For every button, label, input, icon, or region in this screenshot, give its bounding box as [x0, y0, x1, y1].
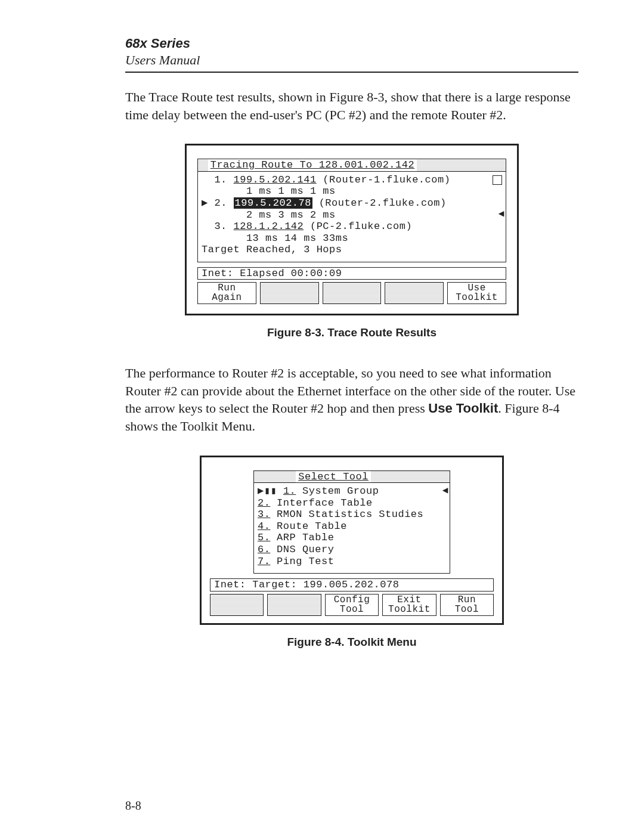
- trace-title-bar: Tracing Route To 128.001.002.142: [197, 159, 506, 172]
- toolkit-menu-item[interactable]: 6. DNS Query: [258, 544, 446, 556]
- softkey-button[interactable]: Use Toolkit: [447, 282, 506, 304]
- toolkit-item-index: 7.: [258, 556, 270, 567]
- toolkit-menu-item[interactable]: 4. Route Table: [258, 521, 446, 532]
- softkey-button[interactable]: Config Tool: [325, 594, 379, 616]
- trace-hop-host: (Router-2.fluke.com): [319, 197, 447, 209]
- trace-hop-index: 1.: [214, 174, 227, 185]
- doc-manual: Users Manual: [125, 52, 507, 68]
- toolkit-item-label: Ping Test: [277, 556, 334, 567]
- toolkit-item-index: 4.: [258, 521, 270, 532]
- toolkit-menu-item[interactable]: ▶▮▮ 1. System Group: [258, 485, 446, 497]
- toolkit-softkey-row: Config ToolExit ToolkitRun Tool: [210, 594, 494, 616]
- softkey-blank: [260, 282, 319, 304]
- use-toolkit-label: Use Toolkit: [428, 401, 498, 416]
- trace-status-bar: Inet: Elapsed 00:00:09: [197, 267, 506, 280]
- toolkit-title-bar: Select Tool: [253, 470, 450, 484]
- trace-hop-times: 1 ms 1 ms 1 ms: [246, 185, 336, 197]
- softkey-button[interactable]: Run Again: [197, 282, 256, 304]
- trace-hop-row[interactable]: ▶ 2. 199.5.202.78 (Router-2.fluke.com) 2…: [202, 197, 502, 221]
- trace-hop-index: 3.: [214, 221, 227, 232]
- header-rule: [125, 72, 578, 73]
- toolkit-item-index: 3.: [258, 509, 270, 520]
- toolkit-item-index: 1.: [283, 485, 296, 497]
- trace-hop-row[interactable]: 1. 199.5.202.141 (Router-1.fluke.com) 1 …: [202, 174, 502, 197]
- toolkit-item-index: 2.: [258, 497, 270, 509]
- paragraph-1: The Trace Route test results, shown in F…: [125, 88, 578, 123]
- left-arrow-icon: ◀: [442, 485, 448, 496]
- figure-8-4-screen: Select Tool ◀ ▶▮▮ 1. System Group2. Inte…: [200, 456, 504, 625]
- softkey-blank: [323, 282, 382, 304]
- trace-summary: Target Reached, 3 Hops: [202, 244, 502, 256]
- trace-hop-index: 2.: [214, 197, 227, 209]
- softkey-blank: [210, 594, 264, 616]
- scroll-indicator: [493, 175, 502, 185]
- trace-hop-host: (PC-2.fluke.com): [310, 221, 412, 232]
- left-arrow-icon: ◀: [499, 209, 504, 219]
- figure-8-3-screen: Tracing Route To 128.001.002.142 ◀ 1. 19…: [185, 144, 519, 315]
- trace-hop-host: (Router-1.fluke.com): [323, 174, 450, 185]
- toolkit-menu-item[interactable]: 5. ARP Table: [258, 532, 446, 544]
- softkey-blank: [385, 282, 444, 304]
- toolkit-item-index: 5.: [258, 532, 270, 543]
- toolkit-item-label: RMON Statistics Studies: [277, 509, 423, 520]
- toolkit-item-label: DNS Query: [277, 544, 334, 555]
- toolkit-title-text: Select Tool: [296, 471, 371, 483]
- toolkit-status-bar: Inet: Target: 199.005.202.078: [210, 578, 494, 592]
- softkey-button[interactable]: Run Tool: [440, 594, 494, 616]
- toolkit-menu-item[interactable]: 2. Interface Table: [258, 497, 446, 509]
- trace-hop-ip: 199.5.202.78: [234, 197, 312, 209]
- toolkit-item-label: System Group: [302, 485, 379, 497]
- paragraph-2: The performance to Router #2 is acceptab…: [125, 364, 578, 435]
- toolkit-item-label: Interface Table: [277, 497, 373, 509]
- trace-content: ◀ 1. 199.5.202.141 (Router-1.fluke.com) …: [197, 172, 506, 262]
- trace-hop-times: 13 ms 14 ms 33ms: [246, 233, 348, 244]
- toolkit-item-label: ARP Table: [277, 532, 334, 543]
- softkey-button[interactable]: Exit Toolkit: [382, 594, 436, 616]
- softkey-blank: [267, 594, 321, 616]
- trace-hop-times: 2 ms 3 ms 2 ms: [246, 209, 336, 221]
- doc-series: 68x Series: [125, 36, 507, 51]
- cursor-icon: ▶▮▮: [258, 485, 277, 497]
- figure-8-4-caption: Figure 8-4. Toolkit Menu: [125, 634, 578, 650]
- toolkit-content: ◀ ▶▮▮ 1. System Group2. Interface Table3…: [253, 483, 450, 574]
- trace-hop-ip: 128.1.2.142: [234, 221, 304, 232]
- toolkit-item-index: 6.: [258, 544, 270, 555]
- trace-softkey-row: Run AgainUse Toolkit: [197, 282, 506, 304]
- page-number: 8-8: [125, 799, 141, 813]
- figure-8-3-caption: Figure 8-3. Trace Route Results: [125, 325, 578, 340]
- toolkit-menu-item[interactable]: 7. Ping Test: [258, 556, 446, 568]
- trace-title-text: Tracing Route To 128.001.002.142: [208, 159, 417, 171]
- toolkit-item-label: Route Table: [277, 521, 347, 532]
- trace-hop-row[interactable]: 3. 128.1.2.142 (PC-2.fluke.com) 13 ms 14…: [202, 221, 502, 244]
- trace-hop-ip: 199.5.202.141: [234, 174, 317, 185]
- toolkit-menu-item[interactable]: 3. RMON Statistics Studies: [258, 509, 446, 521]
